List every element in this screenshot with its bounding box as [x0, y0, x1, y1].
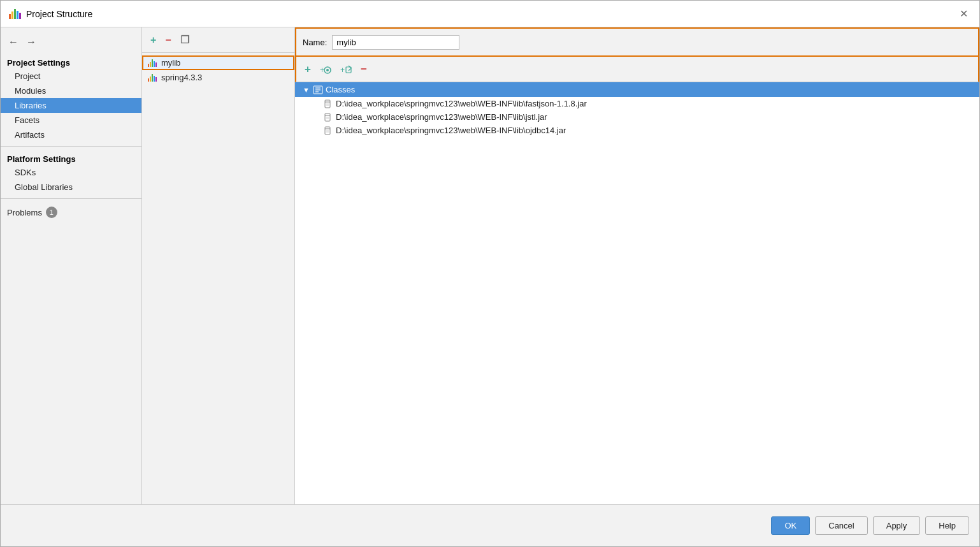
jar-icon-1 — [323, 113, 332, 122]
lib-name-mylib: mylib — [161, 58, 180, 68]
jar-icon-0 — [323, 99, 332, 108]
title-bar-left: Project Structure — [8, 8, 92, 20]
sidebar-item-libraries[interactable]: Libraries — [1, 98, 141, 113]
lib-item-spring433[interactable]: spring4.3.3 — [142, 70, 294, 85]
split-main: + − ❐ — [142, 27, 979, 504]
copy-library-button[interactable]: ❐ — [177, 33, 192, 47]
nav-back-button[interactable]: ← — [6, 35, 21, 49]
svg-text:+: + — [340, 66, 345, 75]
project-settings-header: Project Settings — [1, 54, 141, 69]
svg-rect-14 — [155, 77, 157, 82]
svg-rect-6 — [150, 62, 151, 67]
svg-text:+: + — [320, 66, 324, 75]
sidebar: ← → Project Settings Project Modules Lib… — [1, 27, 142, 504]
nav-buttons: ← → — [1, 33, 141, 54]
sidebar-item-sdks[interactable]: SDKs — [1, 165, 141, 180]
jar-path-0: D:\idea_workplace\springmvc123\web\WEB-I… — [336, 99, 587, 108]
sidebar-divider-2 — [1, 198, 141, 199]
svg-rect-0 — [9, 14, 11, 19]
jar-item-1[interactable]: D:\idea_workplace\springmvc123\web\WEB-I… — [295, 110, 979, 124]
svg-rect-1 — [11, 11, 13, 19]
name-input[interactable] — [332, 35, 459, 50]
bottom-bar: OK Cancel Apply Help — [1, 504, 979, 546]
jar-path-1: D:\idea_workplace\springmvc123\web\WEB-I… — [336, 112, 547, 122]
lib-item-mylib[interactable]: mylib — [142, 55, 294, 70]
sidebar-item-artifacts[interactable]: Artifacts — [1, 128, 141, 142]
svg-rect-5 — [148, 64, 149, 67]
apply-button[interactable]: Apply — [873, 516, 921, 535]
problems-row[interactable]: Problems 1 — [1, 203, 141, 222]
expand-arrow: ▼ — [303, 86, 310, 94]
svg-rect-10 — [148, 78, 149, 82]
problems-label: Problems — [7, 208, 42, 217]
remove-item-button[interactable]: − — [357, 62, 370, 77]
svg-rect-2 — [14, 9, 16, 19]
add-source-button[interactable]: + — [337, 64, 355, 75]
jar-icon-2 — [323, 126, 332, 135]
svg-rect-4 — [19, 13, 21, 19]
classes-node[interactable]: ▼ Classes — [295, 82, 979, 97]
ok-button[interactable]: OK — [771, 516, 810, 535]
title-bar: Project Structure ✕ — [1, 1, 979, 27]
window-title: Project Structure — [26, 9, 92, 19]
detail-toolbar: + + + — [295, 57, 979, 82]
nav-forward-button[interactable]: → — [24, 35, 39, 49]
detail-tree: ▼ Classes — [295, 82, 979, 504]
svg-rect-12 — [152, 74, 153, 82]
help-button[interactable]: Help — [925, 516, 969, 535]
svg-rect-9 — [155, 62, 157, 67]
jar-item-2[interactable]: D:\idea_workplace\springmvc123\web\WEB-I… — [295, 124, 979, 137]
svg-rect-11 — [150, 77, 151, 82]
add-item-button[interactable]: + — [301, 62, 314, 77]
sidebar-divider — [1, 146, 141, 147]
jar-item-0[interactable]: D:\idea_workplace\springmvc123\web\WEB-I… — [295, 97, 979, 110]
remove-library-button[interactable]: − — [162, 33, 174, 47]
svg-rect-13 — [154, 76, 155, 82]
sidebar-item-project[interactable]: Project — [1, 69, 141, 84]
sidebar-item-global-libraries[interactable]: Global Libraries — [1, 180, 141, 194]
sidebar-item-modules[interactable]: Modules — [1, 84, 141, 98]
content-area: ← → Project Settings Project Modules Lib… — [1, 27, 979, 504]
problems-badge: 1 — [46, 207, 57, 218]
svg-rect-8 — [154, 61, 155, 67]
lib-toolbar: + − ❐ — [142, 27, 294, 53]
jar-path-2: D:\idea_workplace\springmvc123\web\WEB-I… — [336, 126, 566, 135]
svg-point-17 — [326, 69, 329, 71]
classes-icon — [313, 85, 323, 94]
platform-settings-header: Platform Settings — [1, 150, 141, 165]
app-icon — [8, 8, 21, 20]
close-button[interactable]: ✕ — [956, 6, 972, 21]
svg-rect-3 — [17, 11, 18, 19]
lib-list-panel: + − ❐ — [142, 27, 295, 504]
name-bar: Name: — [295, 27, 979, 57]
project-structure-dialog: Project Structure ✕ ← → Project Settings… — [0, 0, 980, 547]
lib-bars-icon-spring — [147, 73, 157, 82]
detail-panel: Name: + + — [295, 27, 979, 504]
lib-bars-icon-mylib — [147, 59, 157, 68]
add-configured-button[interactable]: + — [317, 64, 335, 75]
add-library-button[interactable]: + — [147, 33, 159, 47]
lib-name-spring: spring4.3.3 — [161, 73, 202, 82]
lib-list: mylib spring4. — [142, 53, 294, 504]
cancel-button[interactable]: Cancel — [815, 516, 867, 535]
sidebar-item-facets[interactable]: Facets — [1, 113, 141, 128]
classes-label: Classes — [326, 85, 355, 94]
svg-rect-7 — [152, 59, 153, 67]
name-label: Name: — [303, 38, 327, 47]
